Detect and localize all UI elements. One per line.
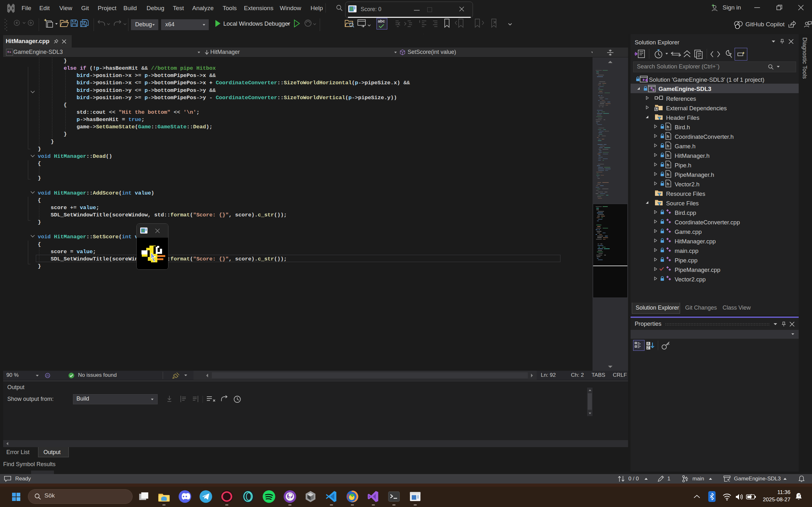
svg-text:z: z: [800, 493, 801, 495]
svg-text:h: h: [667, 134, 669, 139]
svg-text:Z: Z: [647, 346, 649, 349]
svg-text:h: h: [667, 172, 669, 177]
svg-text:h: h: [667, 144, 669, 148]
svg-text:h: h: [667, 124, 669, 129]
svg-text:h: h: [667, 163, 669, 167]
svg-text:h: h: [667, 181, 669, 186]
svg-text:h: h: [667, 153, 669, 158]
svg-text:A: A: [647, 342, 649, 345]
